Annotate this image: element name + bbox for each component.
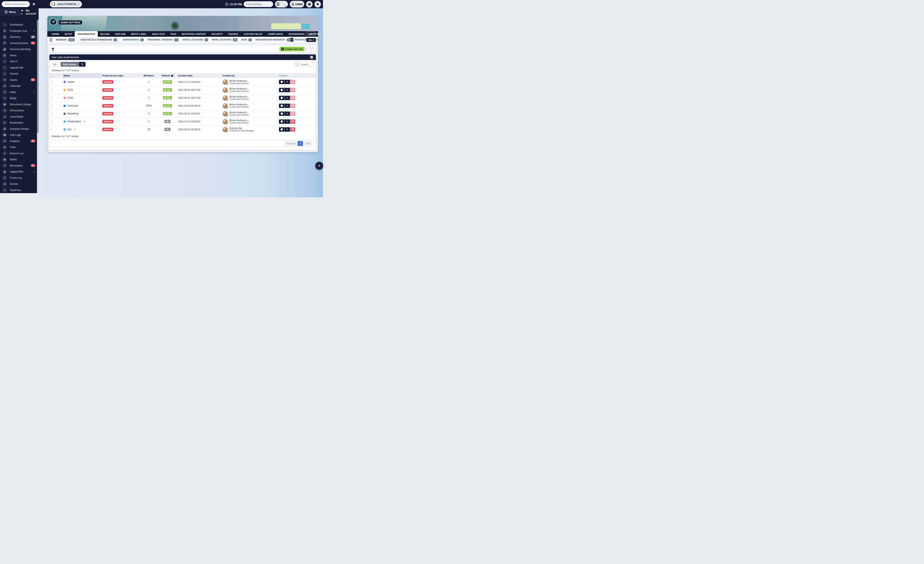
brand-switcher[interactable]: AGILITYPORTAL ▾ (50, 1, 82, 8)
refresh-button[interactable]: ↻ (79, 62, 86, 67)
delete-button[interactable] (290, 111, 296, 116)
sidebar-item-to-do-list[interactable]: ☑To-Do List (0, 175, 37, 181)
tab-analytics[interactable]: ANALYTICS (149, 31, 168, 37)
user-menu[interactable] (275, 1, 288, 8)
subtab-organisation-hierarchy[interactable]: ORGANISATION HIERARCHY27 (255, 38, 292, 42)
page-number-button[interactable]: 1 (298, 141, 303, 146)
tab-white-label[interactable]: WHITE LABEL (128, 31, 149, 37)
column-header-name[interactable]: Name (62, 73, 101, 78)
delete-button[interactable] (290, 88, 296, 92)
subtabs-scroll-right-button[interactable]: ▶ (290, 38, 294, 42)
create-user-role-button[interactable]: + Create user role (280, 47, 304, 51)
global-search-box[interactable] (244, 1, 273, 7)
subtab-departments[interactable]: DEPARTMENTS6 (123, 38, 144, 42)
permissions-button[interactable] (279, 80, 285, 84)
tab-security[interactable]: SECURITY (208, 31, 226, 37)
sidebar-item-search[interactable]: Search (0, 71, 37, 77)
edit-button[interactable]: ✎ (285, 80, 290, 84)
tab-billing[interactable]: BILLING (98, 31, 112, 37)
column-header-created-by[interactable]: Created by (221, 73, 278, 78)
tab-governance[interactable]: GOVERNANCE (286, 31, 308, 37)
role-name[interactable]: Marketing (68, 112, 78, 115)
filter-icon[interactable] (51, 48, 54, 50)
created-by-name[interactable]: Miriam Anderson... (229, 95, 249, 98)
sidebar-item-hubs[interactable]: ◎Hubs› (0, 89, 37, 95)
created-by-name[interactable]: Miriam Anderson... (229, 79, 249, 82)
delete-button[interactable] (290, 104, 296, 108)
sidebar-item-record-list[interactable]: ≡Record List (0, 150, 37, 156)
row-checkbox[interactable] (51, 88, 52, 92)
sidebar-item-calendar[interactable]: ⊞Calendar (0, 83, 37, 89)
bulk-actions-button[interactable]: Bulk actions (61, 62, 79, 67)
sidebar-item-bookmarks[interactable]: ★Bookmarks (0, 120, 37, 126)
jump-search-box[interactable] (2, 1, 30, 7)
tab-compliance[interactable]: COMPLIANCE (265, 31, 286, 37)
permissions-button[interactable] (279, 111, 285, 116)
subtab-user-roles-permissions[interactable]: USER ROLES & PERMISSIONS7 (78, 37, 120, 43)
column-header-created-date[interactable]: Created date (177, 73, 221, 78)
tab-setup[interactable]: SETUP (62, 31, 75, 37)
subtab-work-locations[interactable]: WORK LOCATIONS34 (212, 38, 238, 42)
select-all-checkbox[interactable] (51, 74, 52, 77)
edit-button[interactable]: ✎ (285, 88, 290, 92)
delete-button[interactable] (290, 127, 296, 132)
next-page-button[interactable]: Next (303, 141, 312, 146)
close-icon[interactable]: × (32, 0, 35, 8)
sidebar-item-call-logs[interactable]: ☎Call Logs (0, 132, 37, 138)
role-name[interactable]: Executive (68, 104, 78, 107)
column-header-portal-access[interactable]: Portal access type (101, 73, 140, 78)
subtab-hubs[interactable]: HUBS4 (241, 38, 252, 42)
edit-button[interactable]: ✎ (285, 127, 290, 132)
tabs-overflow-button[interactable]: Tabs▾ (306, 32, 315, 36)
created-by-name[interactable]: Andrew Hall (229, 127, 254, 129)
calendar-button[interactable] (306, 1, 313, 8)
permissions-button[interactable] (279, 104, 285, 108)
column-header-members[interactable]: Members (140, 73, 158, 78)
edit-button[interactable]: ✎ (285, 96, 290, 100)
edit-button[interactable]: ✎ (285, 119, 290, 124)
sidebar-item-projects[interactable]: ⚙Projects5 (0, 138, 37, 144)
tab-finance[interactable]: FINANCE (226, 31, 241, 37)
sidebar-item-cases[interactable]: ⊕Cases6 (0, 77, 37, 83)
jump-search-input[interactable] (4, 3, 27, 6)
subtab-members[interactable]: MEMBERS3011 (56, 38, 75, 42)
tab-custom-fields[interactable]: CUSTOM FIELDS (241, 31, 265, 37)
sidebar-item-ask-ai[interactable]: ☺Ask AI (0, 59, 37, 65)
tab-admin[interactable]: ADMIN (49, 31, 62, 37)
created-by-name[interactable]: Miriam Anderson... (229, 111, 249, 114)
sidebar-item-directory[interactable]: ▤Directory6 (0, 34, 37, 40)
subtabs-overflow-button[interactable]: Tabs▾ (306, 38, 316, 42)
sidebar-item-appoint-me[interactable]: ⚐Appoint Me (0, 65, 37, 71)
table-search-box[interactable] (294, 62, 314, 67)
row-checkbox[interactable] (51, 128, 52, 131)
delete-button[interactable] (290, 96, 296, 100)
row-checkbox[interactable] (51, 112, 52, 115)
my-account-button[interactable]: ☻⚙ My account (21, 8, 39, 16)
edit-button[interactable]: ✎ (285, 111, 290, 116)
sidebar-item-taskflow[interactable]: ≡TaskFlow (0, 187, 37, 193)
notifications-button[interactable] (314, 1, 321, 8)
edit-button[interactable]: ✎ (285, 104, 290, 108)
page-size-select[interactable]: 25▾ (51, 62, 59, 67)
sidebar-item-reminders[interactable]: ⊙Reminders7 (0, 162, 37, 169)
role-name[interactable]: test (68, 128, 71, 131)
sidebar-item-discussions[interactable]: ✉Discussions (0, 107, 37, 114)
sidebar-item-document-library[interactable]: ▣Document Library (0, 101, 37, 108)
sidebar-scrollbar-thumb[interactable] (37, 20, 39, 133)
row-checkbox[interactable] (51, 104, 52, 107)
sidebar-item-extranet-portals[interactable]: ▤Extranet Portals (0, 126, 37, 132)
row-checkbox[interactable] (51, 120, 52, 123)
sidebar-item-announcements[interactable]: ⚑Announcements1 (0, 40, 37, 46)
tab-organisation[interactable]: ORGANISATION (75, 31, 98, 37)
previous-page-button[interactable]: Previous (285, 141, 298, 146)
role-name[interactable]: CEO (68, 89, 73, 91)
sidebar-item-launchpad[interactable]: ▲Launchpad (0, 114, 37, 120)
subtab-programs-divisions[interactable]: PROGRAMS / DIVISIONS17 (147, 38, 179, 42)
subtabs-scroll-left-button[interactable]: ◀ (50, 38, 52, 42)
points-badge[interactable]: 19868 (290, 1, 304, 8)
role-name[interactable]: Admin (68, 81, 75, 83)
permissions-button[interactable] (279, 127, 285, 132)
subtab-office-locations[interactable]: OFFICE LOCATIONS7 (182, 38, 208, 42)
row-checkbox[interactable] (51, 80, 52, 84)
permissions-button[interactable] (279, 119, 285, 124)
